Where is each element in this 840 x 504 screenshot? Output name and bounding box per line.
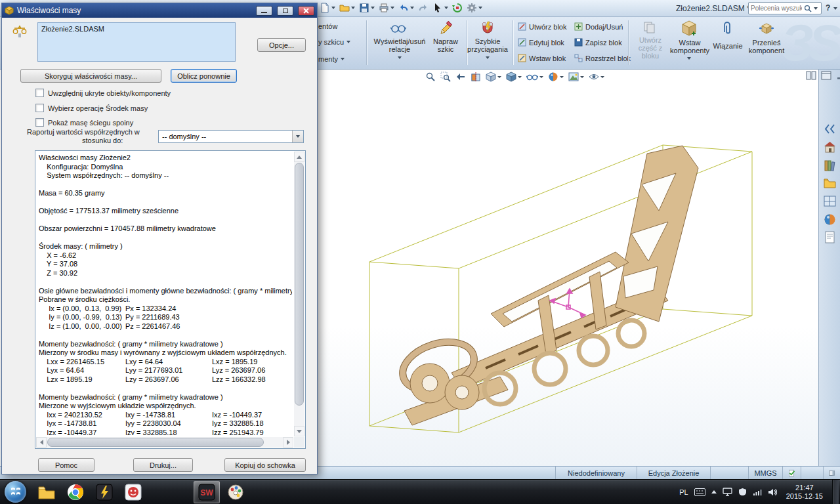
custom-properties-icon[interactable] (823, 230, 837, 244)
dropdown-arrow-button[interactable] (292, 131, 303, 142)
checkbox-weld-bead-mass[interactable]: Pokaż masę ściegu spoiny (35, 118, 133, 127)
zoom-area-button[interactable] (440, 72, 451, 82)
start-button[interactable] (5, 481, 26, 503)
explode-block-button[interactable]: Rozstrzel blok (574, 54, 631, 62)
volume-icon[interactable] (768, 488, 777, 496)
print-dialog-button[interactable]: Drukuj... (133, 458, 193, 472)
print-button[interactable] (379, 3, 394, 13)
insert-components-icon (681, 20, 698, 37)
status-units[interactable]: MMGS (748, 467, 782, 479)
block-icon (518, 54, 526, 62)
vertical-scroll-thumb[interactable] (295, 163, 304, 406)
chevron-down-icon[interactable] (814, 7, 818, 10)
appearances-scenes-icon[interactable] (823, 213, 837, 226)
recalculate-button[interactable]: Oblicz ponownie (171, 69, 237, 83)
horizontal-scrollbar[interactable] (36, 437, 293, 448)
search-icon (804, 5, 812, 12)
view-palette-icon[interactable] (823, 194, 837, 208)
status-blank-segment-2 (801, 467, 823, 479)
horizontal-scroll-thumb[interactable] (47, 438, 264, 447)
undo-button[interactable] (398, 3, 414, 13)
arrow-down-icon (297, 430, 302, 433)
vertical-scrollbar[interactable] (294, 152, 304, 436)
minimize-doc-icon[interactable] (836, 71, 840, 80)
tray-monitor-icon[interactable] (723, 488, 732, 496)
taskbar-explorer-button[interactable] (33, 481, 60, 503)
display-style-icon (506, 72, 516, 82)
chevron-down-icon (371, 7, 375, 9)
ribbon-clipped-item-3[interactable]: menty (318, 55, 345, 63)
scroll-down-button[interactable] (294, 426, 304, 436)
zoom-fit-button[interactable] (425, 72, 436, 82)
show-hidden-icons-button[interactable] (711, 490, 717, 494)
language-indicator[interactable]: PL (679, 488, 688, 496)
gear-icon (467, 3, 477, 13)
taskbar-solidworks-button[interactable]: SW (194, 481, 220, 503)
view-settings-button[interactable] (589, 72, 604, 82)
document-window-controls (806, 71, 840, 80)
help-dialog-button[interactable]: Pomoc (38, 458, 94, 472)
insert-block-button[interactable]: Wstaw blok (518, 54, 566, 62)
ribbon-clipped-item-1[interactable]: entów (318, 22, 337, 30)
taskbar-paint-button[interactable] (222, 481, 249, 503)
apply-scene-button[interactable] (568, 72, 584, 82)
select-button[interactable] (432, 3, 448, 13)
status-blank-segment (710, 467, 748, 479)
dialog-titlebar[interactable]: Właściwości masy (2, 3, 317, 18)
scroll-up-button[interactable] (294, 152, 304, 162)
hide-show-glasses-icon (526, 72, 538, 82)
save-block-button[interactable]: Zapisz blok (574, 38, 622, 47)
taskbar-messenger-button[interactable] (120, 481, 146, 503)
help-chevron-icon[interactable] (833, 7, 837, 10)
taskbar-clock[interactable]: 21:47 2015-12-15 (786, 484, 823, 501)
save-button[interactable] (359, 3, 375, 13)
coordinate-system-dropdown[interactable]: -- domyślny -- (158, 130, 304, 143)
search-input[interactable] (751, 5, 802, 12)
document-name-listbox[interactable]: Złożenie2.SLDASM (37, 22, 236, 62)
ribbon-clipped-item-2[interactable]: y szkicu (318, 38, 350, 46)
make-block-button[interactable]: Utwórz blok (518, 22, 566, 31)
help-button[interactable]: ? (826, 3, 830, 12)
relations-icon (390, 21, 406, 35)
single-pane-icon[interactable] (821, 71, 831, 80)
rebuild-button[interactable] (452, 3, 463, 13)
network-signal-icon[interactable] (753, 488, 762, 496)
view-orientation-button[interactable] (486, 72, 501, 82)
task-pane-toggle-icon[interactable] (823, 122, 837, 136)
new-document-button[interactable] (320, 3, 335, 13)
show-desktop-button[interactable] (832, 480, 839, 504)
dialog-minimize-button[interactable] (256, 6, 272, 16)
display-style-button[interactable] (506, 72, 522, 82)
scroll-right-button[interactable] (283, 437, 293, 448)
file-explorer-icon[interactable] (823, 177, 837, 190)
results-box[interactable]: Właściwości masy Złożenie2 Konfiguracja:… (35, 150, 306, 449)
resources-home-icon[interactable] (823, 140, 837, 154)
windows-flag-icon (10, 487, 21, 497)
dialog-maximize-button[interactable] (277, 6, 293, 16)
open-document-button[interactable] (339, 3, 355, 13)
keyboard-icon[interactable] (694, 488, 705, 496)
options-button[interactable] (467, 3, 482, 13)
tray-shield-icon[interactable] (738, 488, 747, 496)
redo-button[interactable] (418, 3, 429, 13)
command-search[interactable] (748, 2, 822, 14)
split-pane-icon[interactable] (806, 71, 816, 80)
taskbar-app-bolt-button[interactable] (91, 481, 117, 503)
checkbox-include-hidden[interactable]: Uwzględnij ukryte obiekty/komponenty (35, 89, 171, 97)
status-panel-segment[interactable] (823, 467, 840, 479)
edit-block-button[interactable]: Edytuj blok (518, 38, 564, 47)
add-remove-block-button[interactable]: Dodaj/Usuń (574, 22, 623, 31)
taskbar-chrome-button[interactable] (62, 481, 89, 503)
options-dialog-button[interactable]: Opcje... (257, 38, 306, 52)
checkbox-center-of-mass-feature[interactable]: Wybierz operację Środek masy (35, 104, 148, 112)
design-library-icon[interactable] (823, 159, 837, 173)
mate-paperclip-icon (720, 20, 734, 37)
section-view-button[interactable] (471, 72, 481, 82)
hide-show-items-button[interactable] (526, 72, 543, 82)
edit-appearance-button[interactable] (548, 72, 564, 82)
copy-to-clipboard-button[interactable]: Kopiuj do schowka (224, 458, 306, 472)
override-mass-button[interactable]: Skoryguj właściwości masy... (20, 69, 161, 83)
scroll-left-button[interactable] (36, 437, 47, 448)
dialog-close-button[interactable] (298, 6, 314, 16)
previous-view-button[interactable] (455, 72, 466, 82)
